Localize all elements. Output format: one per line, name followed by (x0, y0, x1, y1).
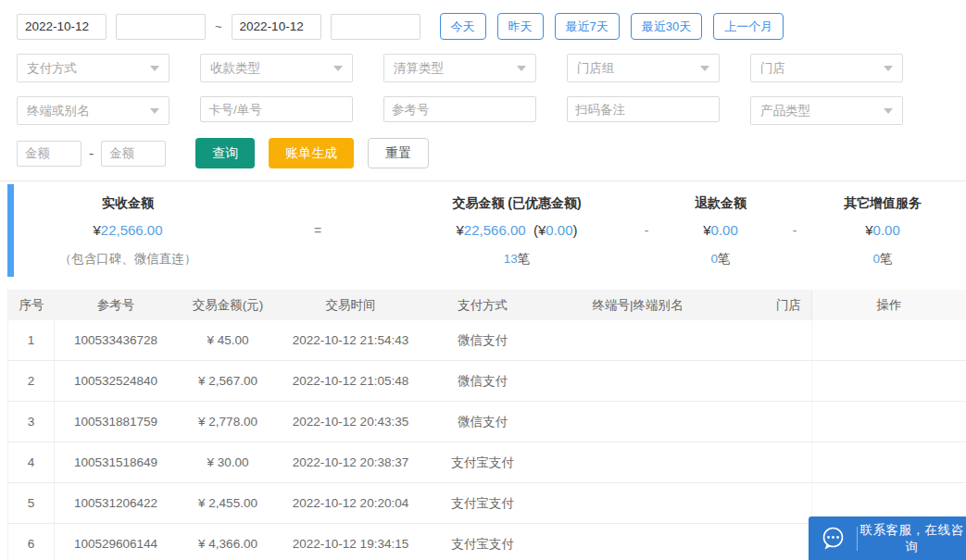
minus-sign: - (781, 215, 809, 246)
store-placeholder: 门店 (760, 60, 785, 77)
payment-method-placeholder: 支付方式 (27, 60, 77, 77)
cell-amount: ¥ 2,567.00 (177, 361, 279, 401)
quick-last7days-button[interactable]: 最近7天 (555, 13, 620, 40)
filter-row-4: - 查询 账单生成 重置 (17, 138, 966, 168)
amount-max-input[interactable] (101, 141, 166, 167)
cell-reference: 100531206422 (55, 483, 177, 523)
cell-reference: 100531881759 (55, 402, 177, 442)
header-store: 门店 (733, 290, 811, 320)
generate-bill-button[interactable]: 账单生成 (269, 138, 354, 168)
quick-lastmonth-button[interactable]: 上一个月 (713, 13, 784, 40)
cell-payment-method: 微信支付 (422, 402, 543, 442)
store-group-placeholder: 门店组 (577, 60, 615, 77)
cell-terminal (543, 361, 733, 401)
customer-service-button[interactable]: 联系客服，在线咨询 (809, 516, 966, 560)
cell-terminal (543, 524, 733, 560)
cell-action (811, 442, 966, 482)
cell-amount: ¥ 4,366.00 (177, 524, 279, 560)
table-header-row: 序号 参考号 交易金额(元) 交易时间 支付方式 终端号|终端别名 门店 操作 (8, 290, 966, 320)
quick-today-button[interactable]: 今天 (440, 13, 486, 40)
end-time-input[interactable] (331, 14, 420, 40)
receipt-type-placeholder: 收款类型 (210, 60, 260, 77)
header-time: 交易时间 (279, 290, 422, 320)
receipt-type-select[interactable]: 收款类型 (200, 54, 353, 82)
cell-seq: 1 (8, 320, 55, 360)
cell-action (811, 402, 966, 442)
chevron-down-icon (150, 66, 159, 71)
header-terminal: 终端号|终端别名 (543, 290, 733, 320)
received-amount-note: （包含口碑、微信直连） (21, 246, 234, 272)
cell-payment-method: 微信支付 (422, 361, 543, 401)
vas-value: ¥0.00 (809, 215, 957, 246)
terminal-alias-select[interactable]: 终端或别名 (17, 96, 169, 125)
cell-action (811, 361, 966, 401)
cell-reference: 100532524840 (55, 361, 177, 401)
cell-terminal (543, 483, 733, 523)
cell-time: 2022-10-12 20:43:35 (279, 402, 422, 442)
table-row: 2 100532524840 ¥ 2,567.00 2022-10-12 21:… (8, 361, 966, 402)
card-number-input[interactable] (200, 96, 353, 122)
cell-store (733, 402, 811, 442)
header-action: 操作 (811, 290, 966, 320)
cell-time: 2022-10-12 19:34:15 (279, 524, 422, 560)
minus-sign: - (633, 215, 660, 246)
query-button[interactable]: 查询 (195, 138, 255, 168)
quick-date-buttons: 今天 昨天 最近7天 最近30天 上一个月 (440, 13, 784, 40)
trade-count: 13笔 (401, 246, 633, 272)
start-time-input[interactable] (116, 14, 206, 40)
transaction-query-page: ~ 今天 昨天 最近7天 最近30天 上一个月 支付方式 收款类型 清算类型 门… (0, 0, 966, 560)
header-amount: 交易金额(元) (177, 290, 279, 320)
chevron-down-icon (150, 108, 159, 114)
vas-count: 0笔 (809, 246, 957, 272)
amount-min-input[interactable] (17, 141, 82, 167)
cell-payment-method: 支付宝支付 (422, 524, 543, 560)
end-date-input[interactable] (232, 14, 321, 40)
product-type-select[interactable]: 产品类型 (750, 96, 903, 125)
chat-bubble-icon (809, 526, 857, 551)
cell-amount: ¥ 2,455.00 (177, 483, 279, 523)
cell-seq: 2 (8, 361, 55, 401)
chevron-down-icon (884, 66, 893, 71)
store-group-select[interactable]: 门店组 (567, 54, 720, 82)
cell-reference: 100531518649 (55, 442, 177, 482)
cell-terminal (543, 320, 733, 360)
scan-remark-input[interactable] (567, 96, 720, 122)
date-filter-row: ~ 今天 昨天 最近7天 最近30天 上一个月 (17, 13, 966, 40)
clearing-type-select[interactable]: 清算类型 (383, 54, 536, 82)
trade-amount-label: 交易金额 (已优惠金额) (401, 191, 633, 215)
start-date-input[interactable] (17, 14, 107, 40)
cell-time: 2022-10-12 20:20:04 (279, 483, 422, 523)
cell-seq: 3 (8, 402, 55, 442)
equals-sign: = (234, 215, 401, 246)
cell-payment-method: 支付宝支付 (422, 483, 543, 523)
cell-seq: 4 (8, 442, 55, 482)
amount-range-separator: - (89, 145, 94, 162)
table-row: 1 100533436728 ¥ 45.00 2022-10-12 21:54:… (8, 320, 966, 361)
cell-amount: ¥ 2,778.00 (177, 402, 279, 442)
cell-time: 2022-10-12 20:38:37 (279, 442, 422, 482)
filter-row-2: 支付方式 收款类型 清算类型 门店组 门店 (17, 54, 966, 82)
cell-reference: 100533436728 (55, 320, 177, 360)
refund-amount-label: 退款金额 (660, 191, 781, 215)
summary-panel: 实收金额 交易金额 (已优惠金额) 退款金额 其它增值服务 ¥22,566.00… (0, 180, 966, 281)
cell-amount: ¥ 45.00 (177, 320, 279, 360)
cell-terminal (543, 402, 733, 442)
store-select[interactable]: 门店 (750, 54, 903, 82)
cell-store (733, 361, 811, 401)
chevron-down-icon (884, 108, 893, 114)
chevron-down-icon (333, 66, 343, 71)
summary-grid: 实收金额 交易金额 (已优惠金额) 退款金额 其它增值服务 ¥22,566.00… (21, 191, 966, 272)
reference-number-input[interactable] (383, 96, 536, 122)
reset-button[interactable]: 重置 (368, 138, 429, 168)
clearing-type-placeholder: 清算类型 (394, 60, 444, 77)
header-seq: 序号 (8, 290, 55, 320)
table-row: 4 100531518649 ¥ 30.00 2022-10-12 20:38:… (8, 442, 966, 483)
cell-store (733, 442, 811, 482)
quick-yesterday-button[interactable]: 昨天 (497, 13, 544, 40)
quick-last30days-button[interactable]: 最近30天 (631, 13, 702, 40)
payment-method-select[interactable]: 支付方式 (17, 54, 169, 82)
terminal-alias-placeholder: 终端或别名 (27, 103, 90, 119)
date-range-separator: ~ (215, 19, 222, 33)
table-row: 3 100531881759 ¥ 2,778.00 2022-10-12 20:… (8, 402, 966, 442)
cell-reference: 100529606144 (55, 524, 177, 560)
